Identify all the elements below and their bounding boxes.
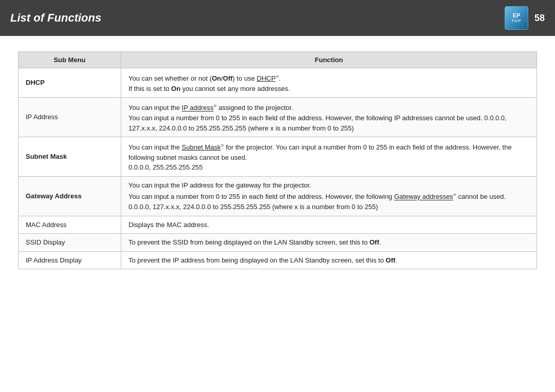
col-header-function: Function	[121, 52, 537, 68]
page-title: List of Functions	[10, 11, 101, 25]
table-row: DHCP You can set whether or not (On/Off)…	[18, 68, 537, 98]
table-row: IP Address Display To prevent the IP add…	[18, 251, 537, 269]
table-row: MAC Address Displays the MAC address.	[18, 216, 537, 234]
header-right: EP TOP 58	[505, 6, 545, 30]
sub-menu-ip-address: IP Address	[18, 98, 121, 137]
epson-logo: EP TOP	[505, 6, 528, 30]
sub-menu-gateway-address: Gateway Address	[18, 176, 121, 216]
function-ip-address-display: To prevent the IP address from being dis…	[121, 251, 537, 269]
sub-menu-ip-address-display: IP Address Display	[18, 251, 121, 269]
main-content: Sub Menu Function DHCP You can set wheth…	[0, 36, 555, 285]
function-gateway-address: You can input the IP address for the gat…	[121, 176, 537, 216]
sub-menu-subnet-mask: Subnet Mask	[18, 137, 121, 177]
functions-table: Sub Menu Function DHCP You can set wheth…	[18, 51, 537, 269]
logo-bottom-text: TOP	[511, 18, 521, 23]
table-row: Subnet Mask You can input the Subnet Mas…	[18, 137, 537, 177]
sub-menu-ssid-display: SSID Display	[18, 234, 121, 252]
function-dhcp: You can set whether or not (On/Off) to u…	[121, 68, 537, 98]
sub-menu-dhcp: DHCP	[18, 68, 121, 98]
page-header: List of Functions EP TOP 58	[0, 0, 555, 36]
page-number: 58	[534, 13, 545, 24]
function-ssid-display: To prevent the SSID from being displayed…	[121, 234, 537, 252]
function-ip-address: You can input the IP address» assigned t…	[121, 98, 537, 137]
sub-menu-mac-address: MAC Address	[18, 216, 121, 234]
table-row: SSID Display To prevent the SSID from be…	[18, 234, 537, 252]
function-subnet-mask: You can input the Subnet Mask» for the p…	[121, 137, 537, 177]
table-row: Gateway Address You can input the IP add…	[18, 176, 537, 216]
table-header-row: Sub Menu Function	[18, 52, 537, 68]
logo-letters: EP	[513, 13, 521, 18]
function-mac-address: Displays the MAC address.	[121, 216, 537, 234]
col-header-sub-menu: Sub Menu	[18, 52, 121, 68]
table-row: IP Address You can input the IP address»…	[18, 98, 537, 137]
